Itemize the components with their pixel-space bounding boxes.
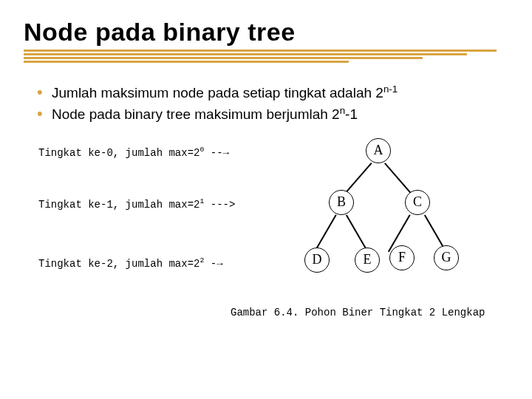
label-text: Tingkat ke-0, jumlah max=2 xyxy=(38,146,200,158)
node-g: G xyxy=(434,245,459,270)
label-arrow: ---> xyxy=(204,198,235,210)
node-label: E xyxy=(364,252,372,267)
bullet-text: -1 xyxy=(345,106,358,122)
label-arrow: --→ xyxy=(204,146,229,158)
node-label: C xyxy=(413,194,422,210)
title-underline xyxy=(24,50,508,66)
bullet-sup: n xyxy=(340,105,345,116)
level-label-1: Tingkat ke-1, jumlah max=21 ---> xyxy=(38,197,235,211)
bullet-text: Jumlah maksimum node pada setiap tingkat… xyxy=(52,85,383,100)
node-label: A xyxy=(374,143,383,158)
edge xyxy=(314,214,336,252)
edge xyxy=(346,214,368,252)
node-label: D xyxy=(313,252,322,267)
node-d: D xyxy=(304,248,330,273)
bullet-item: Jumlah maksimum node pada setiap tingkat… xyxy=(37,82,508,103)
node-label: F xyxy=(398,250,406,265)
node-a: A xyxy=(366,138,391,163)
label-text: Tingkat ke-2, jumlah max=2 xyxy=(38,257,200,269)
binary-tree: A B C D E F G xyxy=(275,138,497,301)
level-label-2: Tingkat ke-2, jumlah max=22 -→ xyxy=(38,256,223,270)
bullet-list: Jumlah maksimum node pada setiap tingkat… xyxy=(37,82,508,125)
bullet-sup: n-1 xyxy=(383,83,398,95)
label-text: Tingkat ke-1, jumlah max=2 xyxy=(38,198,200,210)
label-arrow: -→ xyxy=(204,257,222,269)
node-c: C xyxy=(405,190,430,215)
slide-title: Node pada binary tree xyxy=(24,18,508,47)
figure: Tingkat ke-0, jumlah max=20 --→ Tingkat … xyxy=(31,138,504,330)
level-label-0: Tingkat ke-0, jumlah max=20 --→ xyxy=(38,146,229,159)
node-label: G xyxy=(442,250,451,265)
node-b: B xyxy=(329,190,354,215)
bullet-text: Node pada binary tree maksimum berjumlah… xyxy=(52,106,340,122)
bullet-item: Node pada binary tree maksimum berjumlah… xyxy=(37,103,508,125)
node-e: E xyxy=(355,248,380,273)
node-label: B xyxy=(337,194,346,210)
figure-caption: Gambar 6.4. Pohon Biner Tingkat 2 Lengka… xyxy=(231,307,485,318)
node-f: F xyxy=(389,245,415,270)
